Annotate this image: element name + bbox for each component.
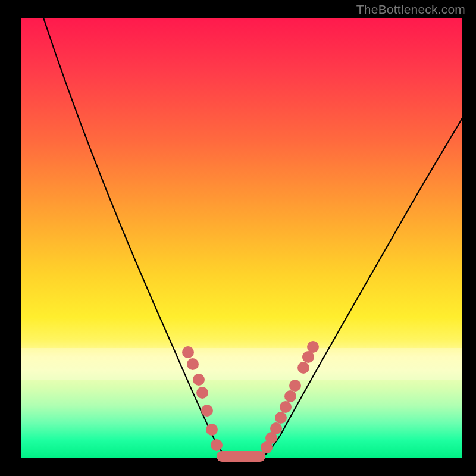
flat-segment-marker (217, 451, 265, 462)
chart-overlay (21, 18, 462, 458)
marker-dot (201, 405, 213, 416)
watermark-text: TheBottleneck.com (356, 2, 465, 17)
marker-dot (302, 351, 314, 363)
marker-dot (182, 346, 194, 358)
frame: TheBottleneck.com (0, 0, 476, 476)
marker-dot (289, 380, 301, 392)
marker-dot (307, 341, 319, 353)
marker-dot (211, 439, 223, 451)
marker-dot (275, 412, 287, 424)
bottleneck-curve (43, 18, 462, 458)
marker-dot (284, 390, 296, 402)
marker-dot (270, 422, 282, 434)
marker-dot (206, 424, 218, 436)
marker-dot (196, 387, 208, 399)
marker-dot (280, 401, 292, 413)
marker-dot (187, 358, 199, 370)
marker-dot (193, 374, 205, 386)
marker-dot (298, 362, 309, 374)
